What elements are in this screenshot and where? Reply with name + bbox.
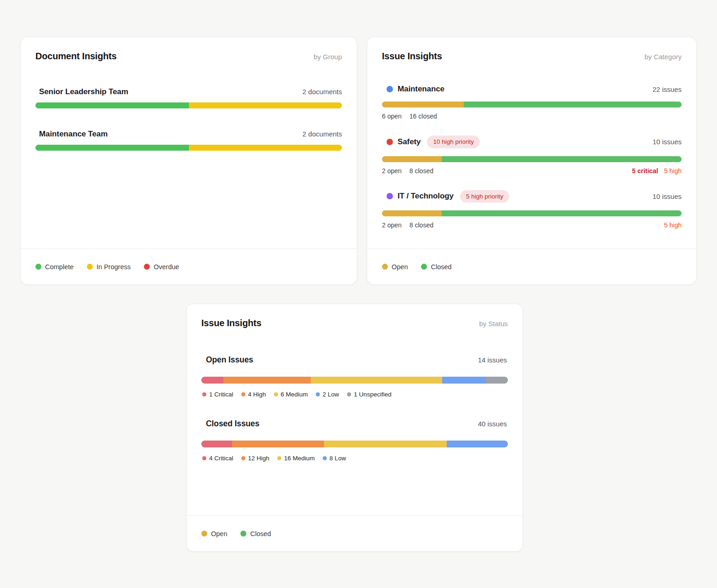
row-header: Maintenance Team 2 documents (35, 130, 342, 139)
bar-segment-4-high (223, 377, 311, 384)
legend-label: 2 Low (323, 391, 339, 398)
legend-dot (274, 392, 278, 396)
open-issues-section: Open Issues 14 issues 1 Critical4 High6 … (201, 355, 508, 398)
legend-item: Closed (240, 530, 271, 537)
bar-segment-closed (442, 210, 682, 216)
bar-segment-8-low (447, 441, 508, 447)
severity-stacked-bar (201, 377, 508, 384)
issue-count: 10 issues (653, 138, 682, 146)
issue-progress-bar (382, 210, 682, 216)
legend-label: 1 Critical (209, 391, 233, 398)
bar-segment-4-critical (201, 441, 232, 447)
legend-label: Overdue (154, 263, 179, 271)
issue-insights-category-card: Issue Insights by Category Maintenance 2… (367, 37, 697, 285)
row-header: Maintenance 22 issues (382, 85, 682, 94)
card-header: Issue Insights by Status (187, 304, 523, 328)
card-subtitle: by Group (313, 53, 342, 61)
bar-segment-16-medium (324, 441, 447, 447)
legend-label: Open (392, 263, 408, 271)
closed-stat: 8 closed (410, 167, 433, 175)
severity-legend: 1 Critical4 High6 Medium2 Low1 Unspecifi… (201, 391, 508, 398)
card-title: Issue Insights (382, 51, 442, 62)
card-header: Document Insights by Group (21, 37, 357, 62)
legend-item: In Progress (87, 263, 131, 271)
document-count: 2 documents (302, 88, 342, 96)
legend-dot (316, 392, 320, 396)
bar-segment-open (382, 102, 464, 107)
legend-dot (202, 392, 206, 396)
category-dot (387, 86, 393, 92)
legend-item: Open (382, 263, 408, 271)
bar-segment-2-low (442, 377, 486, 384)
priority-stats: 5 critical 5 high (632, 167, 682, 175)
issue-progress-bar (382, 102, 682, 107)
closed-stat: 16 closed (410, 113, 437, 120)
bar-segment-in-progress (189, 145, 342, 151)
bar-segment-open (382, 210, 442, 216)
bar-segment-complete (35, 145, 189, 151)
legend-item: 6 Medium (274, 391, 308, 398)
card-body: Open Issues 14 issues 1 Critical4 High6 … (187, 328, 523, 515)
legend-dot (201, 531, 207, 537)
bar-segment-complete (35, 102, 189, 108)
legend-item: 2 Low (316, 391, 339, 398)
legend-item: Closed (421, 263, 451, 271)
legend-dot (277, 456, 281, 460)
issue-progress-bar (382, 156, 682, 162)
category-label: IT / Technology (398, 192, 454, 201)
row-stats: 2 open 8 closed 5 critical 5 high (382, 167, 682, 175)
high-priority-badge: 5 high priority (460, 190, 509, 203)
legend-label: Open (211, 530, 227, 537)
legend-label: Closed (250, 530, 271, 537)
row-stats: 6 open 16 closed (382, 113, 682, 120)
legend-item: 8 Low (323, 455, 346, 462)
row-header: Senior Leadership Team 2 documents (35, 87, 342, 96)
category-label: Safety (398, 137, 421, 147)
legend-label: 8 Low (330, 455, 346, 462)
bar-segment-6-medium (311, 377, 442, 384)
card-subtitle: by Category (644, 53, 682, 61)
legend-label: 4 High (248, 391, 266, 398)
issue-insights-status-card: Issue Insights by Status Open Issues 14 … (186, 304, 523, 552)
severity-legend: 4 Critical12 High16 Medium8 Low (201, 455, 508, 462)
group-label: Maintenance Team (39, 130, 108, 139)
bar-segment-closed (464, 102, 682, 107)
priority-stats: 5 high (664, 221, 682, 229)
document-progress-bar (35, 145, 342, 151)
legend-dot (421, 264, 427, 270)
legend-dot (382, 264, 388, 270)
category-row-safety: Safety 10 high priority 10 issues 2 open… (382, 136, 682, 175)
row-header: IT / Technology 5 high priority 10 issue… (382, 190, 682, 203)
legend-dot (35, 264, 41, 270)
legend-dot (202, 456, 206, 460)
legend-label: 4 Critical (209, 455, 233, 462)
issue-count: 14 issues (478, 356, 507, 364)
legend-label: 12 High (248, 455, 270, 462)
legend-label: Complete (45, 263, 74, 271)
row-header: Safety 10 high priority 10 issues (382, 136, 682, 148)
open-stat: 6 open (382, 113, 402, 120)
high-stat: 5 high (664, 221, 682, 229)
issue-count: 22 issues (653, 85, 682, 93)
legend-item: 12 High (241, 455, 270, 462)
document-group-row: Senior Leadership Team 2 documents (35, 87, 342, 108)
open-stat: 2 open (382, 167, 402, 175)
category-row-it-technology: IT / Technology 5 high priority 10 issue… (382, 190, 682, 229)
document-count: 2 documents (302, 130, 342, 138)
legend-dot (87, 264, 93, 270)
legend-label: 6 Medium (281, 391, 308, 398)
bar-segment-12-high (232, 441, 324, 447)
closed-issues-section: Closed Issues 40 issues 4 Critical12 Hig… (201, 419, 508, 462)
section-header: Open Issues 14 issues (201, 355, 508, 365)
category-label: Maintenance (398, 85, 444, 94)
bar-segment-open (382, 156, 442, 162)
section-label: Open Issues (206, 355, 253, 365)
document-group-row: Maintenance Team 2 documents (35, 130, 342, 151)
legend-dot (241, 392, 245, 396)
bar-segment-in-progress (189, 102, 342, 108)
card-legend: CompleteIn ProgressOverdue (21, 249, 357, 284)
document-insights-card: Document Insights by Group Senior Leader… (20, 37, 357, 285)
bar-segment-1-critical (201, 377, 223, 384)
closed-stat: 8 closed (410, 221, 433, 229)
legend-label: Closed (431, 263, 451, 271)
